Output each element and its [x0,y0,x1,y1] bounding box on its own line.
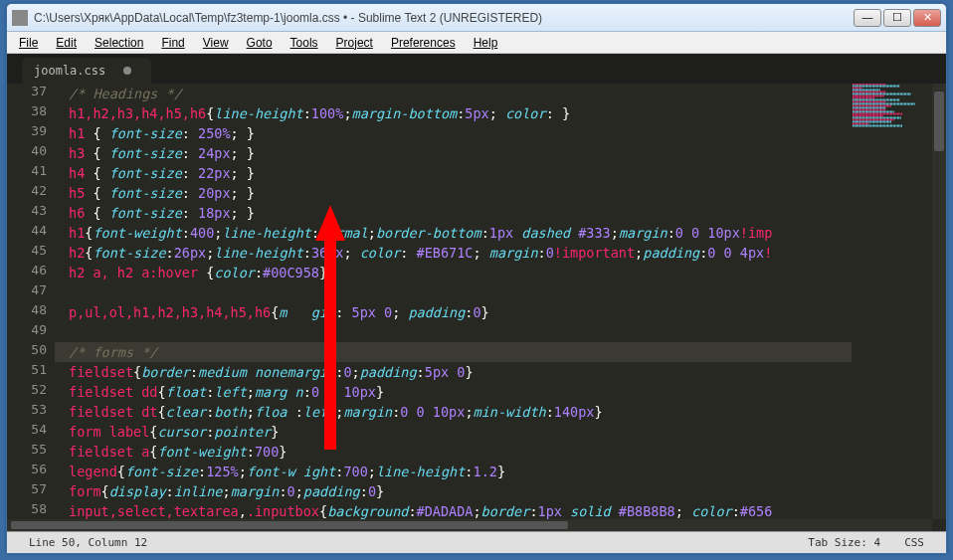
line-number: 57 [7,481,47,496]
horizontal-scrollbar[interactable] [7,519,932,531]
line-number: 49 [7,322,47,337]
window: C:\Users\Хряк\AppData\Local\Temp\fz3temp… [6,3,947,554]
line-number: 52 [7,382,47,397]
line-number: 44 [7,223,47,238]
code-line: h1 { font-size: 250%; } [55,123,852,143]
line-number: 56 [7,462,47,476]
code-line: fieldset{border:medium nonemargin:0;padd… [55,362,852,382]
code-line: p,ul,ol,h1,h2,h3,h4,h5,h6{m gin: 5px 0; … [55,302,852,322]
line-number: 54 [7,422,47,437]
menu-file[interactable]: File [11,34,46,52]
tabbar: joomla.css [7,54,946,84]
menu-goto[interactable]: Goto [239,34,281,52]
status-position[interactable]: Line 50, Column 12 [17,536,159,549]
code-line: h1{font-weight:400;line-height:normal;bo… [55,223,852,243]
status-tabsize[interactable]: Tab Size: 4 [796,536,892,549]
statusbar: Line 50, Column 12 Tab Size: 4 CSS [7,531,946,553]
code-viewport[interactable]: 37 38 39 40 41 42 43 44 45 46 47 48 49 5… [7,84,852,519]
line-number: 48 [7,302,47,317]
line-number: 42 [7,183,47,198]
menu-project[interactable]: Project [328,34,381,52]
code-line-active: /* forms */ [55,342,852,362]
menu-edit[interactable]: Edit [48,34,85,52]
vertical-scrollbar-thumb[interactable] [934,92,944,151]
code-line: h2{font-size:26px;line-height:36px; colo… [55,243,852,263]
window-controls: — ☐ ✕ [854,9,941,27]
code-line: form{display:inline;margin:0;padding:0} [55,481,852,501]
window-title: C:\Users\Хряк\AppData\Local\Temp\fz3temp… [34,11,854,25]
dirty-indicator-icon [123,67,131,75]
code-line: legend{font-size:125%;font-w ight:700;li… [55,462,852,481]
code-line: form label{cursor:pointer} [55,422,852,442]
maximize-button[interactable]: ☐ [883,9,911,27]
gutter: 37 38 39 40 41 42 43 44 45 46 47 48 49 5… [7,84,55,519]
code-line: h2 a, h2 a:hover {color:#00C958} [55,263,852,282]
line-number: 51 [7,362,47,377]
line-number: 37 [7,84,47,98]
menu-preferences[interactable]: Preferences [383,34,464,52]
minimap-content: ████████████████████████ ███████████████… [853,84,932,127]
menu-find[interactable]: Find [153,34,192,52]
menu-view[interactable]: View [195,34,237,52]
code-line: h3 { font-size: 24px; } [55,143,852,163]
menu-help[interactable]: Help [466,34,506,52]
code-line: fieldset dt{clear:both;floa :left;margin… [55,402,852,422]
line-number: 46 [7,263,47,278]
menu-tools[interactable]: Tools [283,34,326,52]
minimize-button[interactable]: — [854,9,881,27]
code-line: input,select,textarea,.inputbox{backgrou… [55,501,852,519]
line-number: 40 [7,143,47,158]
code-line: h5 { font-size: 20px; } [55,183,852,203]
editor-area: joomla.css 37 38 39 40 41 42 43 44 45 46… [7,54,946,531]
code-line: fieldset dd{float:left;marg n:0 0 10px} [55,382,852,402]
code-line: h4 { font-size: 22px; } [55,163,852,183]
code-line: /* Headings */ [55,84,852,103]
tab-joomla-css[interactable]: joomla.css [22,58,151,84]
line-number: 53 [7,402,47,417]
status-syntax[interactable]: CSS [892,536,936,549]
horizontal-scrollbar-thumb[interactable] [11,521,568,529]
line-number: 50 [7,342,47,357]
line-number: 45 [7,243,47,258]
vertical-scrollbar[interactable] [932,84,946,519]
line-number: 43 [7,203,47,218]
titlebar[interactable]: C:\Users\Хряк\AppData\Local\Temp\fz3temp… [7,4,946,32]
code-line: fieldset a{font-weight:700} [55,442,852,462]
line-number: 58 [7,501,47,516]
minimap[interactable]: ████████████████████████ ███████████████… [853,84,932,519]
code-line: h6 { font-size: 18px; } [55,203,852,223]
close-button[interactable]: ✕ [913,9,941,27]
line-number: 39 [7,123,47,138]
code-content[interactable]: /* Headings */ h1,h2,h3,h4,h5,h6{line-he… [55,84,852,519]
line-number: 47 [7,282,47,297]
menubar: File Edit Selection Find View Goto Tools… [7,32,946,54]
line-number: 38 [7,103,47,118]
line-number: 41 [7,163,47,178]
app-icon [12,10,28,26]
code-line: h1,h2,h3,h4,h5,h6{line-height:100%;margi… [55,103,852,123]
line-number: 55 [7,442,47,457]
tab-label: joomla.css [34,64,105,78]
menu-selection[interactable]: Selection [87,34,151,52]
